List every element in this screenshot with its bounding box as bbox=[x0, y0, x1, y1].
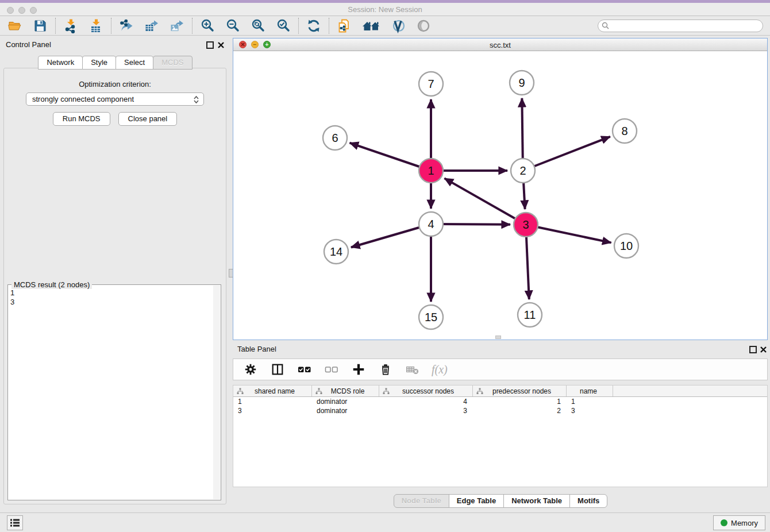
select-stepper-icon bbox=[193, 95, 199, 104]
vizmapper-icon[interactable] bbox=[390, 18, 406, 34]
show-hide-icon[interactable] bbox=[415, 18, 432, 34]
export-table-icon[interactable] bbox=[144, 18, 160, 34]
run-mcds-button[interactable]: Run MCDS bbox=[53, 112, 110, 126]
toolbar-separator bbox=[329, 18, 329, 34]
memory-label: Memory bbox=[731, 519, 758, 527]
toolbar-separator bbox=[192, 18, 192, 34]
column-tree-icon bbox=[237, 388, 244, 395]
tab-select[interactable]: Select bbox=[116, 56, 153, 70]
column-tree-icon bbox=[383, 388, 390, 395]
network-graph[interactable]: 1234678910111415 bbox=[233, 51, 767, 340]
edge-1-6[interactable] bbox=[350, 143, 431, 171]
mac-titlebar: Session: New Session bbox=[0, 0, 770, 16]
table-header-row: shared nameMCDS rolesuccessor nodesprede… bbox=[233, 385, 767, 397]
column-header-mcds-role[interactable]: MCDS role bbox=[312, 385, 379, 396]
zoom-out-icon[interactable] bbox=[225, 18, 241, 34]
table-body: 1dominator4113dominator323 bbox=[233, 397, 767, 415]
table-cell: 1 bbox=[567, 397, 613, 406]
network-birdseye-grip[interactable] bbox=[495, 336, 501, 339]
panel-menu-button[interactable] bbox=[7, 515, 23, 530]
network-title: scc.txt bbox=[233, 41, 767, 49]
network-canvas[interactable]: 1234678910111415 bbox=[233, 51, 767, 340]
table-cell: dominator bbox=[312, 406, 379, 415]
save-session-icon[interactable] bbox=[32, 18, 48, 34]
close-panel-button[interactable]: Close panel bbox=[118, 112, 178, 126]
import-table-icon[interactable] bbox=[88, 18, 104, 34]
zoom-in-icon[interactable] bbox=[199, 18, 215, 34]
tab-style[interactable]: Style bbox=[82, 56, 116, 70]
edge-2-8[interactable] bbox=[523, 137, 610, 171]
clone-network-icon[interactable] bbox=[336, 18, 352, 34]
column-header-successor-nodes[interactable]: successor nodes bbox=[379, 385, 473, 396]
tab-node-table[interactable]: Node Table bbox=[394, 494, 449, 508]
column-header-name[interactable]: name bbox=[567, 385, 613, 396]
search-input[interactable] bbox=[598, 20, 763, 32]
column-header-shared-name[interactable]: shared name bbox=[233, 385, 312, 396]
table-row[interactable]: 1dominator411 bbox=[233, 397, 767, 406]
table-cell: dominator bbox=[312, 397, 379, 406]
zoom-selected-icon[interactable] bbox=[275, 18, 291, 34]
zoom-fit-icon[interactable] bbox=[250, 18, 266, 34]
first-neighbors-icon[interactable] bbox=[361, 18, 381, 34]
table-panel-float-icon[interactable] bbox=[749, 346, 757, 353]
table-tabs: Node TableEdge TableNetwork TableMotifs bbox=[233, 494, 768, 508]
search-icon bbox=[602, 22, 610, 30]
column-header-label: name bbox=[570, 387, 613, 395]
graph-node-label-7: 7 bbox=[428, 78, 434, 90]
table-cell: 2 bbox=[473, 406, 567, 415]
export-network-icon[interactable] bbox=[118, 18, 134, 34]
open-session-icon[interactable] bbox=[7, 18, 23, 34]
network-window-titlebar[interactable]: ✕ − + scc.txt bbox=[233, 38, 767, 51]
memory-button[interactable]: Memory bbox=[713, 515, 765, 530]
graph-node-label-14: 14 bbox=[330, 245, 342, 258]
mcds-result-title: MCDS result (2 nodes) bbox=[11, 280, 92, 289]
table-panel-title: Table Panel bbox=[237, 345, 276, 353]
table-settings-gear-icon[interactable] bbox=[242, 361, 259, 377]
selected-option-label: strongly connected component bbox=[32, 95, 134, 103]
column-header-predecessor-nodes[interactable]: predecessor nodes bbox=[473, 385, 567, 396]
edge-3-1[interactable] bbox=[444, 178, 526, 225]
column-header-label: successor nodes bbox=[390, 387, 472, 395]
main-toolbar bbox=[0, 16, 770, 36]
table-toolbar: f(x) bbox=[233, 358, 768, 380]
table-cell: 3 bbox=[233, 406, 312, 415]
mcds-result-text[interactable]: 13 bbox=[10, 288, 14, 307]
table-cell: 1 bbox=[473, 397, 567, 406]
column-header-label: MCDS role bbox=[322, 387, 379, 395]
column-tree-icon bbox=[315, 388, 322, 395]
tab-motifs[interactable]: Motifs bbox=[569, 494, 607, 508]
table-cell: 3 bbox=[379, 406, 473, 415]
graph-node-label-8: 8 bbox=[621, 125, 627, 137]
network-window: ✕ − + scc.txt 1234678910111415 bbox=[233, 38, 768, 340]
control-panel-close-icon[interactable] bbox=[217, 41, 225, 49]
control-panel: Control Panel NetworkStyleSelectMCDS Opt… bbox=[0, 38, 230, 509]
toolbar-separator bbox=[111, 18, 111, 34]
mcds-result-line: 3 bbox=[10, 298, 14, 307]
table-cell: 1 bbox=[233, 397, 312, 406]
column-header-label: predecessor nodes bbox=[483, 387, 566, 395]
table-cell: 3 bbox=[567, 406, 613, 415]
select-all-columns-icon[interactable] bbox=[297, 361, 313, 377]
edge-3-10[interactable] bbox=[526, 225, 611, 242]
tab-edge-table[interactable]: Edge Table bbox=[449, 494, 504, 508]
table-panel-close-icon[interactable] bbox=[760, 346, 767, 353]
create-column-icon[interactable] bbox=[351, 361, 367, 377]
tab-network[interactable]: Network bbox=[38, 56, 83, 70]
node-table[interactable]: shared nameMCDS rolesuccessor nodesprede… bbox=[233, 385, 768, 487]
tab-network-table[interactable]: Network Table bbox=[503, 494, 570, 508]
show-column-icon[interactable] bbox=[270, 361, 286, 377]
optimization-criterion-select[interactable]: strongly connected component bbox=[26, 92, 204, 106]
mcds-result-scrollbar[interactable] bbox=[213, 286, 220, 499]
tab-mcds[interactable]: MCDS bbox=[153, 56, 192, 70]
mcds-result-box: MCDS result (2 nodes) 13 bbox=[7, 284, 221, 500]
unselect-all-columns-icon[interactable] bbox=[324, 361, 340, 377]
import-network-icon[interactable] bbox=[63, 18, 79, 34]
export-image-icon[interactable] bbox=[169, 18, 185, 34]
graph-node-label-2: 2 bbox=[519, 164, 526, 177]
table-row[interactable]: 3dominator323 bbox=[233, 406, 767, 415]
delete-column-icon[interactable] bbox=[378, 361, 394, 377]
apply-layout-icon[interactable] bbox=[306, 18, 322, 34]
control-panel-float-icon[interactable] bbox=[206, 41, 214, 49]
mcds-result-line: 1 bbox=[10, 288, 14, 298]
graph-node-label-9: 9 bbox=[518, 76, 525, 89]
